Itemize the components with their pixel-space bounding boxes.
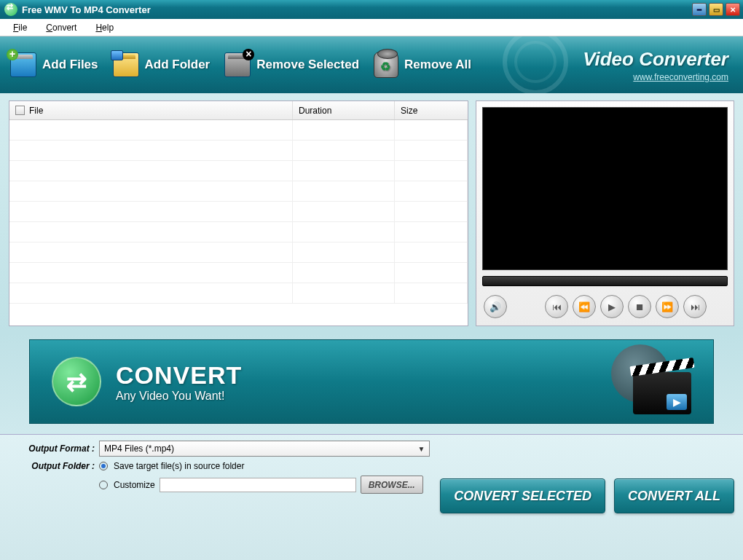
output-settings: Output Format : MP4 Files (*.mp4) ▼ Outp… — [9, 441, 430, 551]
banner-graphic — [604, 349, 691, 414]
add-folder-icon — [113, 52, 139, 77]
skip-end-button[interactable]: ⏭ — [683, 295, 707, 318]
volume-button[interactable]: 🔊 — [484, 295, 507, 318]
window-title: Free WMV To MP4 Converter — [22, 4, 692, 15]
menu-file[interactable]: File — [6, 20, 34, 35]
output-format-select[interactable]: MP4 Files (*.mp4) ▼ — [99, 441, 430, 457]
brand-title: Video Converter — [583, 48, 728, 71]
column-size-label: Size — [401, 106, 417, 116]
add-folder-button[interactable]: Add Folder — [113, 52, 211, 77]
banner-text: CONVERT Any Video You Want! — [116, 361, 242, 403]
radio-save-source[interactable] — [99, 462, 108, 470]
chevron-down-icon: ▼ — [417, 445, 425, 453]
menu-help[interactable]: Help — [88, 20, 121, 35]
clapperboard-icon — [633, 372, 691, 414]
add-files-button[interactable]: Add Files — [10, 52, 98, 77]
radio-customize[interactable] — [99, 481, 108, 489]
column-file-label: File — [29, 106, 43, 116]
preview-controls: 🔊 ⏮ ⏪ ▶ ⏹ ⏩ ⏭ — [482, 293, 728, 320]
table-row — [9, 242, 468, 263]
brand-reel-decoration — [503, 36, 568, 93]
add-folder-label: Add Folder — [145, 58, 211, 72]
brand-block: Video Converter www.freeconverting.com — [583, 48, 733, 82]
output-folder-label: Output Folder : — [9, 461, 95, 471]
table-row — [9, 141, 468, 161]
preview-panel: 🔊 ⏮ ⏪ ▶ ⏹ ⏩ ⏭ — [476, 100, 734, 326]
remove-selected-button[interactable]: Remove Selected — [224, 52, 359, 77]
convert-all-button[interactable]: CONVERT ALL — [614, 478, 734, 513]
column-duration-label: Duration — [299, 106, 331, 116]
table-row — [9, 222, 468, 242]
action-buttons: CONVERT SELECTED CONVERT ALL — [440, 441, 734, 551]
add-files-label: Add Files — [42, 58, 98, 72]
preview-video-area[interactable] — [482, 107, 728, 270]
menubar: File Convert Help — [0, 19, 743, 36]
table-row — [9, 263, 468, 283]
convert-banner[interactable]: ⇄ CONVERT Any Video You Want! — [29, 339, 714, 424]
radio-save-source-label: Save target file(s) in source folder — [114, 461, 244, 471]
custom-folder-input[interactable] — [160, 478, 356, 492]
close-button[interactable]: ✕ — [726, 3, 740, 16]
remove-all-icon — [374, 52, 398, 78]
output-format-label: Output Format : — [9, 443, 95, 454]
table-row — [9, 161, 468, 181]
forward-button[interactable]: ⏩ — [656, 295, 679, 318]
file-list-panel: File Duration Size — [9, 100, 468, 326]
preview-scrubber[interactable] — [482, 276, 728, 286]
column-size[interactable]: Size — [395, 101, 468, 119]
table-row — [9, 181, 468, 202]
select-all-checkbox[interactable] — [15, 106, 25, 115]
table-row — [9, 283, 468, 304]
menu-convert[interactable]: Convert — [39, 20, 84, 35]
remove-all-label: Remove All — [404, 58, 471, 72]
remove-all-button[interactable]: Remove All — [374, 52, 471, 78]
minimize-button[interactable]: ━ — [692, 3, 707, 16]
file-list-body[interactable] — [9, 120, 468, 326]
rewind-button[interactable]: ⏪ — [573, 295, 596, 318]
maximize-button[interactable]: ▭ — [709, 3, 723, 16]
brand-link[interactable]: www.freeconverting.com — [583, 72, 728, 82]
banner-subtitle: Any Video You Want! — [116, 390, 242, 403]
app-window: Free WMV To MP4 Converter ━ ▭ ✕ File Con… — [0, 0, 743, 560]
table-row — [9, 120, 468, 141]
main-area: File Duration Size — [0, 93, 743, 334]
column-file[interactable]: File — [9, 101, 293, 119]
file-list-header: File Duration Size — [9, 101, 468, 120]
convert-selected-button[interactable]: CONVERT SELECTED — [440, 478, 605, 513]
add-files-icon — [10, 52, 36, 77]
titlebar[interactable]: Free WMV To MP4 Converter ━ ▭ ✕ — [0, 0, 743, 19]
remove-selected-icon — [224, 52, 251, 77]
skip-start-button[interactable]: ⏮ — [545, 295, 568, 318]
radio-customize-label: Customize — [114, 480, 155, 490]
bottom-bar: Output Format : MP4 Files (*.mp4) ▼ Outp… — [0, 434, 743, 560]
banner-title: CONVERT — [116, 361, 242, 390]
browse-button[interactable]: BROWSE... — [361, 476, 423, 494]
app-logo-icon — [4, 3, 17, 16]
banner-area: ⇄ CONVERT Any Video You Want! — [0, 334, 743, 434]
toolbar: Add Files Add Folder Remove Selected Rem… — [0, 36, 743, 93]
column-duration[interactable]: Duration — [293, 101, 395, 119]
play-button[interactable]: ▶ — [600, 295, 624, 318]
stop-button[interactable]: ⏹ — [628, 295, 651, 318]
remove-selected-label: Remove Selected — [256, 58, 359, 72]
output-format-value: MP4 Files (*.mp4) — [104, 443, 174, 454]
table-row — [9, 202, 468, 222]
convert-banner-icon: ⇄ — [52, 357, 101, 406]
